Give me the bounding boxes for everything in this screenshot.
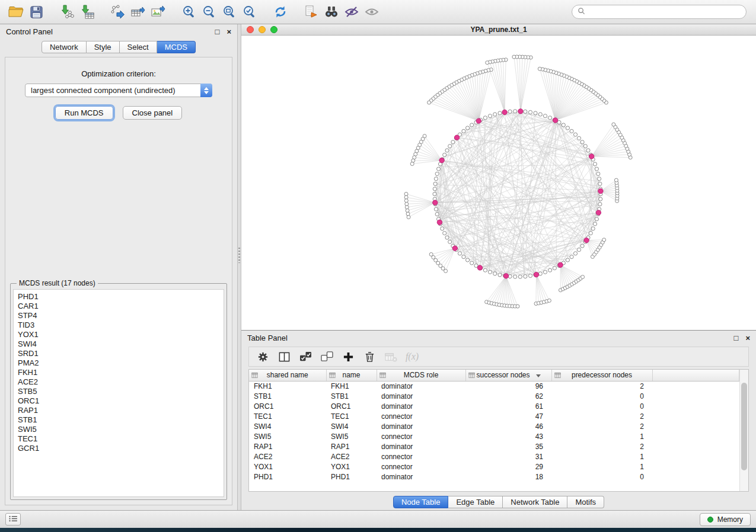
tab-network-table[interactable]: Network Table [503, 496, 567, 508]
mcds-result-item[interactable]: TEC1 [18, 434, 219, 444]
unselect-all-button[interactable] [318, 348, 336, 365]
mcds-result-item[interactable]: SRD1 [18, 349, 219, 358]
table-row[interactable]: YOX1YOX1connector291 [249, 462, 739, 472]
mcds-result-item[interactable]: PHD1 [18, 292, 219, 302]
add-column-button[interactable] [339, 348, 357, 365]
table-scrollbar[interactable] [739, 370, 748, 491]
float-table-panel-icon[interactable]: □ [734, 334, 739, 342]
table-row[interactable]: PHD1PHD1dominator180 [249, 472, 739, 482]
cell-MCDS-role[interactable]: connector [377, 462, 465, 472]
cell-predecessor-nodes[interactable]: 2 [551, 421, 652, 431]
close-panel-icon[interactable]: × [227, 28, 231, 36]
cell-MCDS-role[interactable]: dominator [377, 401, 465, 411]
cell-name[interactable]: STB1 [326, 391, 377, 401]
close-table-panel-icon[interactable]: × [745, 334, 750, 342]
cell-MCDS-role[interactable]: connector [377, 451, 465, 462]
export-network-button[interactable] [108, 3, 128, 21]
cell-name[interactable]: RAP1 [326, 441, 377, 451]
cell-name[interactable]: TEC1 [326, 411, 377, 421]
cell-MCDS-role[interactable]: dominator [377, 391, 465, 401]
cell-name[interactable]: SWI4 [326, 421, 377, 431]
export-image-button[interactable] [148, 3, 168, 21]
criterion-dropdown[interactable]: largest connected component (undirected) [25, 84, 212, 97]
show-hidden-panels-button[interactable] [5, 513, 21, 525]
mcds-result-item[interactable]: RAP1 [18, 406, 219, 415]
cell-predecessor-nodes[interactable]: 2 [551, 381, 652, 391]
cell-successor-nodes[interactable]: 43 [465, 431, 551, 441]
cell-name[interactable]: YOX1 [326, 462, 377, 472]
mcds-result-item[interactable]: GCR1 [18, 444, 219, 453]
mcds-result-list[interactable]: PHD1CAR1STP4TID3YOX1SWI4SRD1PMA2FKH1ACE2… [13, 289, 224, 497]
open-session-button[interactable] [6, 3, 26, 21]
search-input[interactable] [589, 8, 741, 16]
mcds-result-item[interactable]: PMA2 [18, 358, 219, 368]
import-table-button[interactable] [77, 3, 97, 21]
mcds-result-item[interactable]: ACE2 [18, 377, 219, 387]
memory-button[interactable]: Memory [700, 513, 751, 526]
table-row[interactable]: RAP1RAP1dominator352 [249, 441, 739, 451]
mcds-result-item[interactable]: YOX1 [18, 330, 219, 339]
float-panel-icon[interactable]: □ [215, 28, 220, 36]
cell-shared-name[interactable]: SWI4 [249, 421, 326, 431]
zoom-in-button[interactable] [179, 3, 199, 21]
table-row[interactable]: ACE2ACE2connector311 [249, 451, 739, 462]
cell-successor-nodes[interactable]: 47 [465, 411, 551, 421]
mcds-result-item[interactable]: ORC1 [18, 396, 219, 406]
cell-shared-name[interactable]: FKH1 [249, 381, 326, 391]
window-maximize-icon[interactable] [270, 26, 277, 33]
network-canvas[interactable] [241, 36, 756, 330]
cell-name[interactable]: SWI5 [326, 431, 377, 441]
mcds-result-item[interactable]: TID3 [18, 321, 219, 330]
network-window-titlebar[interactable]: YPA_prune.txt_1 [241, 24, 756, 36]
cell-predecessor-nodes[interactable]: 1 [551, 451, 652, 462]
cell-name[interactable]: ACE2 [326, 451, 377, 462]
tab-select[interactable]: Select [120, 41, 157, 53]
tab-edge-table[interactable]: Edge Table [448, 496, 503, 508]
export-table-button[interactable] [128, 3, 148, 21]
cell-MCDS-role[interactable]: connector [377, 431, 465, 441]
cell-successor-nodes[interactable]: 31 [465, 451, 551, 462]
cell-name[interactable]: ORC1 [326, 401, 377, 411]
cell-shared-name[interactable]: YOX1 [249, 462, 326, 472]
column-header-successor-nodes[interactable]: successor nodes [465, 370, 551, 381]
table-row[interactable]: FKH1FKH1dominator962 [249, 381, 739, 391]
column-header-MCDS-role[interactable]: MCDS role [377, 370, 465, 381]
cell-predecessor-nodes[interactable]: 0 [551, 401, 652, 411]
cell-successor-nodes[interactable]: 62 [465, 391, 551, 401]
zoom-selected-button[interactable] [240, 3, 260, 21]
mcds-result-item[interactable]: FKH1 [18, 368, 219, 377]
cell-predecessor-nodes[interactable]: 2 [551, 411, 652, 421]
cell-predecessor-nodes[interactable]: 1 [551, 462, 652, 472]
cell-shared-name[interactable]: ORC1 [249, 401, 326, 411]
cell-shared-name[interactable]: ACE2 [249, 451, 326, 462]
cell-successor-nodes[interactable]: 18 [465, 472, 551, 482]
close-panel-button[interactable]: Close panel [123, 106, 183, 120]
table-row[interactable]: SWI5SWI5connector431 [249, 431, 739, 441]
table-scrollbar-thumb[interactable] [741, 383, 747, 470]
column-header-name[interactable]: name [326, 370, 377, 381]
hide-selected-button[interactable] [342, 3, 362, 21]
mcds-result-item[interactable]: STP4 [18, 311, 219, 321]
run-mcds-button[interactable]: Run MCDS [55, 106, 113, 120]
cell-name[interactable]: FKH1 [326, 381, 377, 391]
cell-successor-nodes[interactable]: 35 [465, 441, 551, 451]
search-box[interactable] [572, 5, 747, 19]
mcds-result-item[interactable]: SWI4 [18, 339, 219, 349]
import-network-button[interactable] [57, 3, 77, 21]
cell-shared-name[interactable]: TEC1 [249, 411, 326, 421]
cell-shared-name[interactable]: RAP1 [249, 441, 326, 451]
find-button[interactable] [321, 3, 342, 21]
cell-successor-nodes[interactable]: 29 [465, 462, 551, 472]
panel-splitter[interactable] [237, 24, 241, 510]
cell-name[interactable]: PHD1 [326, 472, 377, 482]
window-close-icon[interactable] [247, 26, 254, 33]
cell-shared-name[interactable]: SWI5 [249, 431, 326, 441]
select-all-button[interactable] [296, 348, 314, 365]
cell-successor-nodes[interactable]: 61 [465, 401, 551, 411]
cell-MCDS-role[interactable]: connector [377, 411, 465, 421]
gear-button[interactable] [254, 348, 272, 365]
window-minimize-icon[interactable] [259, 26, 266, 33]
cell-MCDS-role[interactable]: dominator [377, 421, 465, 431]
zoom-fit-button[interactable] [219, 3, 240, 21]
cell-MCDS-role[interactable]: dominator [377, 441, 465, 451]
